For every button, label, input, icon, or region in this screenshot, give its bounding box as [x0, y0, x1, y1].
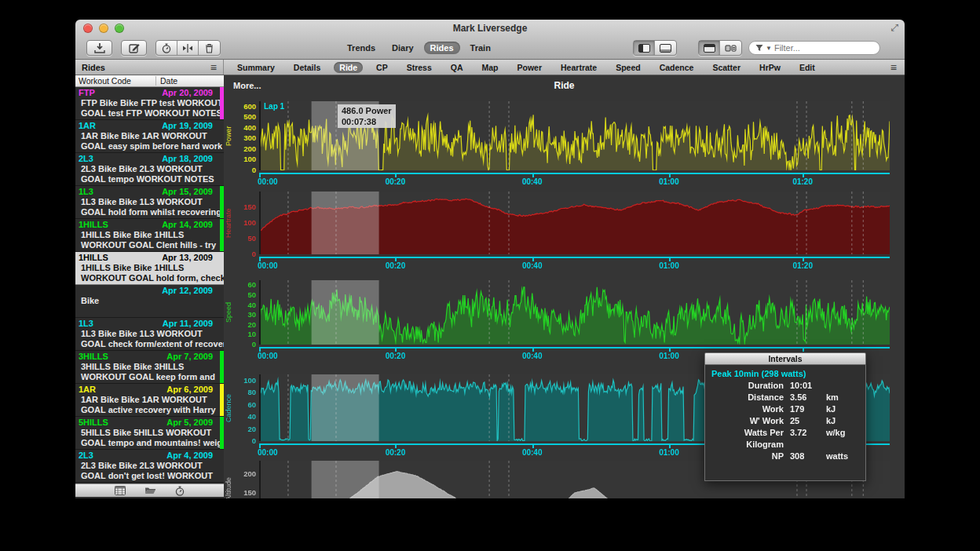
power-chart: 0100200300400500600Power Lap 1	[224, 101, 890, 170]
view-style-toggles	[698, 40, 742, 56]
workout-code: 5HILLS	[79, 418, 108, 428]
y-tick-label: 150	[243, 489, 256, 497]
ride-date: Apr 18, 2009	[162, 154, 213, 164]
interval-metric-row: Distance3.56km	[711, 392, 859, 403]
ride-date: Apr 4, 2009	[166, 451, 213, 461]
app-window: Mark Liversedge ⤢ TrendsDiary	[75, 20, 905, 498]
ride-list-item[interactable]: 5HILLSApr 5, 20095HILLS Bike 5HILLS WORK…	[75, 417, 224, 450]
minimize-button[interactable]	[99, 24, 108, 33]
interval-button[interactable]	[156, 41, 177, 55]
metric-unit: watts	[826, 451, 859, 462]
lowbar-toggle-button[interactable]	[655, 41, 676, 55]
delete-ride-button[interactable]	[199, 41, 220, 55]
ride-description: GOAL easy spim before hard work	[75, 141, 224, 151]
split-arrows-icon	[182, 44, 193, 53]
stopwatch-icon	[162, 43, 171, 53]
manual-entry-button[interactable]	[121, 40, 147, 56]
heartrate-axis-title: Heartrate	[225, 192, 232, 254]
tab-cadence[interactable]: Cadence	[654, 62, 700, 73]
chart-menu-icon[interactable]: ≡	[890, 64, 897, 71]
traffic-lights	[75, 24, 124, 33]
ride-list-item[interactable]: FTPApr 20, 2009FTP Bike Bike FTP test WO…	[75, 87, 224, 120]
second-row: Rides ≡ SummaryDetailsRideCPStressQAMapP…	[75, 60, 905, 75]
ride-description: GOAL test FTP WORKOUT NOTES	[75, 108, 224, 119]
metric-unit: kJ	[826, 403, 859, 415]
folder-icon[interactable]	[144, 486, 156, 495]
tiled-view-icon	[725, 44, 737, 53]
speed-canvas[interactable]	[259, 280, 890, 345]
tab-map[interactable]: Map	[477, 62, 504, 73]
tabbed-view-button[interactable]	[699, 41, 720, 55]
tab-summary[interactable]: Summary	[232, 62, 280, 73]
tab-stress[interactable]: Stress	[401, 62, 437, 73]
calendar-icon[interactable]	[115, 486, 126, 495]
x-tick-label: 01:00	[659, 448, 679, 457]
tab-cp[interactable]: CP	[371, 62, 393, 73]
x-tick-label: 01:20	[792, 261, 813, 270]
filter-field[interactable]: ▼	[748, 41, 880, 55]
titlebar[interactable]: Mark Liversedge ⤢	[75, 20, 905, 37]
column-workout-code[interactable]: Workout Code	[75, 76, 156, 86]
heartrate-plot[interactable]	[259, 192, 890, 254]
tab-edit[interactable]: Edit	[794, 62, 821, 73]
ride-description: 3HILLS Bike Bike 3HILLS	[75, 362, 224, 372]
stopwatch-icon[interactable]	[175, 486, 185, 496]
ride-item-header: 3HILLSApr 7, 2009	[75, 352, 224, 362]
ride-date: Apr 12, 2009	[162, 286, 213, 296]
ride-date: Apr 20, 2009	[162, 88, 213, 98]
metric-label: Watts Per Kilogram	[711, 427, 784, 451]
column-date[interactable]: Date	[156, 76, 177, 86]
filter-input[interactable]	[774, 43, 861, 53]
intervals-popup-title[interactable]: Intervals	[704, 352, 866, 365]
tab-hrpw[interactable]: HrPw	[754, 62, 786, 73]
tab-power[interactable]: Power	[512, 62, 548, 73]
ride-list-item[interactable]: 1L3Apr 11, 20091L3 Bike Bike 1L3 WORKOUT…	[75, 318, 224, 351]
tab-speed[interactable]: Speed	[610, 62, 646, 73]
tab-details[interactable]: Details	[288, 62, 326, 73]
metric-unit: w/kg	[826, 427, 859, 451]
y-tick-label: 60	[247, 401, 256, 409]
sidebar-menu-icon[interactable]: ≡	[210, 64, 217, 71]
fullscreen-icon[interactable]: ⤢	[890, 22, 898, 33]
ride-description: 2L3 Bike Bike 2L3 WORKOUT	[75, 461, 224, 471]
split-ride-button[interactable]	[177, 41, 199, 55]
perspective-tab-train[interactable]: Train	[464, 42, 497, 54]
tiled-view-button[interactable]	[720, 41, 741, 55]
ride-list-item[interactable]: 2L3Apr 18, 20092L3 Bike Bike 2L3 WORKOUT…	[75, 153, 224, 186]
speed-plot[interactable]	[259, 280, 890, 345]
ride-list-item[interactable]: Apr 12, 2009Bike	[75, 285, 224, 318]
close-button[interactable]	[83, 24, 93, 33]
y-tick-label: 0	[252, 437, 256, 445]
ride-list-item[interactable]: 1ARApr 19, 20091AR Bike Bike 1AR WORKOUT…	[75, 120, 224, 153]
altitude-y-axis: 100150200Altitude	[224, 461, 259, 498]
perspective-tab-rides[interactable]: Rides	[424, 42, 460, 54]
heartrate-canvas[interactable]	[259, 192, 890, 254]
tab-scatter[interactable]: Scatter	[707, 62, 746, 73]
y-tick-label: 20	[247, 321, 256, 329]
ride-list-item[interactable]: 1ARApr 6, 20091AR Bike Bike 1AR WORKOUTG…	[75, 384, 224, 417]
ride-list-item[interactable]: 1HILLSApr 13, 20091HILLS Bike Bike 1HILL…	[75, 252, 224, 285]
ride-item-header: 2L3Apr 4, 2009	[75, 451, 224, 461]
chart-tabs: SummaryDetailsRideCPStressQAMapPowerHear…	[224, 60, 905, 75]
x-tick-label: 00:40	[522, 352, 543, 360]
ride-list: FTPApr 20, 2009FTP Bike Bike FTP test WO…	[75, 87, 224, 487]
x-tick-label: 01:20	[792, 177, 813, 186]
import-ride-button[interactable]	[86, 40, 112, 56]
ride-list-item[interactable]: 1L3Apr 15, 20091L3 Bike Bike 1L3 WORKOUT…	[75, 186, 224, 219]
tab-qa[interactable]: QA	[445, 62, 469, 73]
sidebar-toggle-button[interactable]	[634, 41, 655, 55]
lowbar-icon	[660, 44, 671, 53]
ride-description: 2L3 Bike Bike 2L3 WORKOUT	[75, 164, 224, 174]
tab-heartrate[interactable]: Heartrate	[555, 62, 602, 73]
y-tick-label: 40	[247, 413, 256, 421]
ride-list-item[interactable]: 1HILLSApr 14, 20091HILLS Bike Bike 1HILL…	[75, 219, 224, 252]
ride-list-item[interactable]: 3HILLSApr 7, 20093HILLS Bike Bike 3HILLS…	[75, 351, 224, 384]
y-tick-label: 100	[243, 377, 256, 385]
ride-list-item[interactable]: 2L3Apr 4, 20092L3 Bike Bike 2L3 WORKOUTG…	[75, 450, 224, 483]
ride-date: Apr 5, 2009	[166, 418, 213, 428]
perspective-tab-trends[interactable]: Trends	[341, 42, 382, 54]
ride-description: 1AR Bike Bike 1AR WORKOUT	[75, 395, 224, 405]
perspective-tab-diary[interactable]: Diary	[386, 42, 420, 54]
zoom-button[interactable]	[115, 24, 124, 33]
tab-ride[interactable]: Ride	[334, 62, 363, 73]
